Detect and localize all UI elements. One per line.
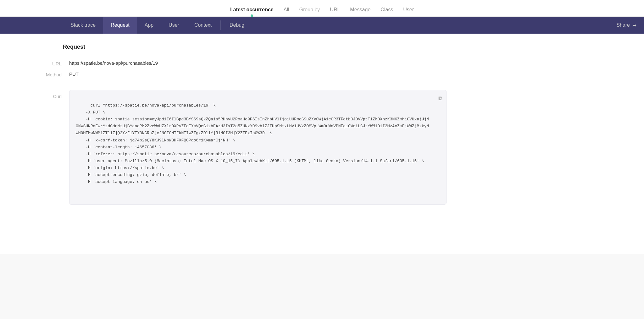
url-label: URL bbox=[38, 60, 69, 66]
section-title: Request bbox=[0, 44, 644, 58]
copy-icon[interactable]: ⧉ bbox=[438, 94, 442, 104]
tab-debug[interactable]: Debug bbox=[222, 17, 252, 34]
curl-section: Curl curl "https://spatie.be/nova-api/pu… bbox=[0, 80, 644, 205]
nav-latest-occurrence[interactable]: Latest occurrence bbox=[230, 6, 274, 14]
nav-group-by-label: Group by bbox=[299, 7, 320, 13]
top-nav: Latest occurrence All Group by URL Messa… bbox=[0, 0, 644, 17]
tab-request[interactable]: Request bbox=[103, 17, 137, 34]
method-label: Method bbox=[38, 71, 69, 77]
tab-app[interactable]: App bbox=[137, 17, 161, 34]
method-row: Method PUT bbox=[0, 69, 644, 80]
nav-url[interactable]: URL bbox=[330, 6, 340, 14]
tab-bar: Stack trace Request App User Context Deb… bbox=[0, 17, 644, 34]
nav-class[interactable]: Class bbox=[380, 6, 393, 14]
nav-user[interactable]: User bbox=[403, 6, 414, 14]
curl-content: curl "https://spatie.be/nova-api/purchas… bbox=[76, 103, 429, 184]
nav-message[interactable]: Message bbox=[350, 6, 370, 14]
tab-divider bbox=[220, 20, 221, 30]
tab-context[interactable]: Context bbox=[187, 17, 219, 34]
curl-box: curl "https://spatie.be/nova-api/purchas… bbox=[69, 90, 447, 205]
share-icon: ➦ bbox=[632, 22, 636, 28]
method-value: PUT bbox=[69, 71, 79, 77]
tab-user[interactable]: User bbox=[161, 17, 187, 34]
nav-all[interactable]: All bbox=[284, 6, 289, 14]
url-value: https://spatie.be/nova-api/purchasables/… bbox=[69, 60, 158, 66]
tab-stack-trace[interactable]: Stack trace bbox=[63, 17, 103, 34]
share-button[interactable]: Share ➦ bbox=[616, 22, 636, 28]
main-content: Request URL https://spatie.be/nova-api/p… bbox=[0, 34, 644, 254]
curl-label: Curl bbox=[38, 90, 69, 99]
url-row: URL https://spatie.be/nova-api/purchasab… bbox=[0, 58, 644, 69]
share-label: Share bbox=[616, 22, 630, 28]
